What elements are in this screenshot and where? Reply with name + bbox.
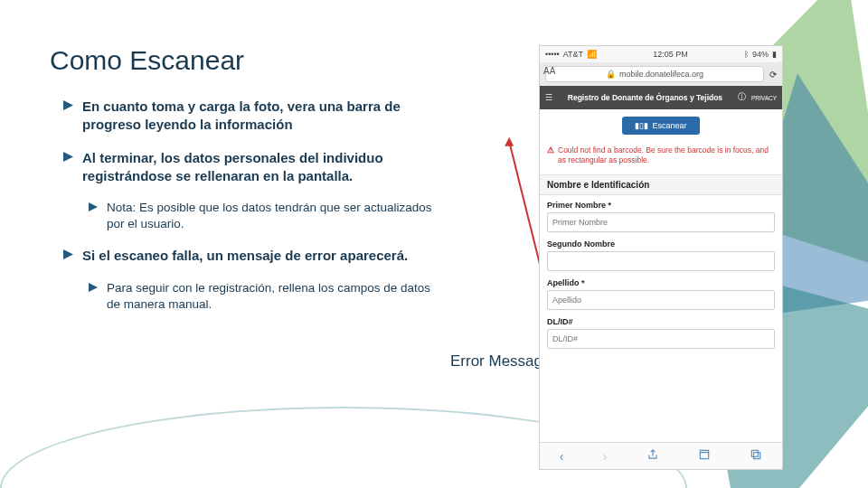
privacy-link[interactable]: PRIVACY (751, 95, 777, 101)
form-area: Primer Nombre * Segundo Nombre Apellido … (540, 195, 782, 442)
url-text: mobile.donatelifeca.org (619, 70, 703, 79)
phone-screenshot: ••••• AT&T 📶 12:05 PM ᛒ 94% ▮ AA 🔒 mobil… (539, 45, 783, 470)
text-size-icon[interactable]: AA (543, 66, 555, 76)
first-name-label: Primer Nombre * (547, 201, 775, 210)
menu-icon[interactable]: ☰ (545, 93, 552, 102)
app-header: ☰ Registro de Donante de Órganos y Tejid… (540, 86, 782, 109)
first-name-input[interactable] (547, 212, 775, 232)
scan-button-row: ▮▯▮ Escanear (540, 109, 782, 142)
svg-rect-1 (754, 453, 760, 459)
bullet-arrow-icon (63, 152, 73, 162)
share-icon[interactable] (646, 448, 659, 464)
url-field[interactable]: 🔒 mobile.donatelifeca.org (545, 66, 764, 82)
carrier-label: AT&T (563, 50, 583, 59)
scan-button-label: Escanear (652, 121, 686, 130)
bullet-arrow-icon (63, 100, 73, 110)
browser-url-bar: AA 🔒 mobile.donatelifeca.org ⟳ (540, 62, 782, 86)
lock-icon: 🔒 (606, 70, 616, 79)
middle-name-input[interactable] (547, 251, 775, 271)
app-title: Registro de Donante de Órganos y Tejidos (558, 93, 732, 102)
browser-footer: ‹ › (540, 442, 782, 469)
bullet-text: Si el escaneo falla, un mensaje de error… (82, 247, 443, 265)
bullet-arrow-icon (63, 249, 73, 259)
scan-button[interactable]: ▮▯▮ Escanear (622, 117, 699, 135)
status-bar: ••••• AT&T 📶 12:05 PM ᛒ 94% ▮ (540, 46, 782, 62)
bluetooth-icon: ᛒ (744, 50, 749, 59)
dlid-input[interactable] (547, 329, 775, 349)
tabs-icon[interactable] (750, 448, 762, 464)
middle-name-label: Segundo Nombre (547, 239, 775, 249)
warning-icon: ⚠ (547, 145, 554, 165)
status-time: 12:05 PM (653, 50, 688, 59)
barcode-icon: ▮▯▮ (635, 121, 648, 130)
bullet-text: Para seguir con le registración, rellena… (107, 280, 443, 313)
barcode-error-message: ⚠ Could not find a barcode. Be sure the … (540, 142, 782, 174)
last-name-input[interactable] (547, 290, 775, 310)
bullet-arrow-icon (89, 283, 98, 292)
bullet-arrow-icon (89, 202, 98, 211)
reload-icon[interactable]: ⟳ (769, 70, 777, 80)
dlid-label: DL/ID# (547, 317, 775, 326)
error-text: Could not find a barcode. Be sure the ba… (558, 145, 775, 165)
info-icon[interactable]: ⓘ (738, 92, 746, 103)
wifi-icon: 📶 (587, 50, 597, 59)
signal-dots-icon: ••••• (545, 50, 560, 59)
last-name-label: Apellido * (547, 278, 775, 287)
bullet-list: En cuanto toma y carga la foto, vera una… (63, 98, 443, 327)
slide-title: Como Escanear (50, 45, 244, 76)
bullet-text: Al terminar, los datos personales del in… (82, 149, 443, 186)
bullet-text: En cuanto toma y carga la foto, vera una… (82, 98, 443, 135)
battery-label: 94% (752, 50, 769, 59)
battery-icon: ▮ (772, 50, 777, 59)
error-message-annotation: Error Message (450, 352, 551, 371)
svg-rect-0 (752, 450, 759, 456)
form-section-header: Nombre e Identificación (540, 174, 782, 195)
bullet-text: Nota: Es posible que los datos tendrán q… (107, 200, 443, 232)
forward-icon[interactable]: › (603, 449, 608, 464)
bookmarks-icon[interactable] (698, 448, 711, 464)
back-icon[interactable]: ‹ (560, 449, 564, 464)
